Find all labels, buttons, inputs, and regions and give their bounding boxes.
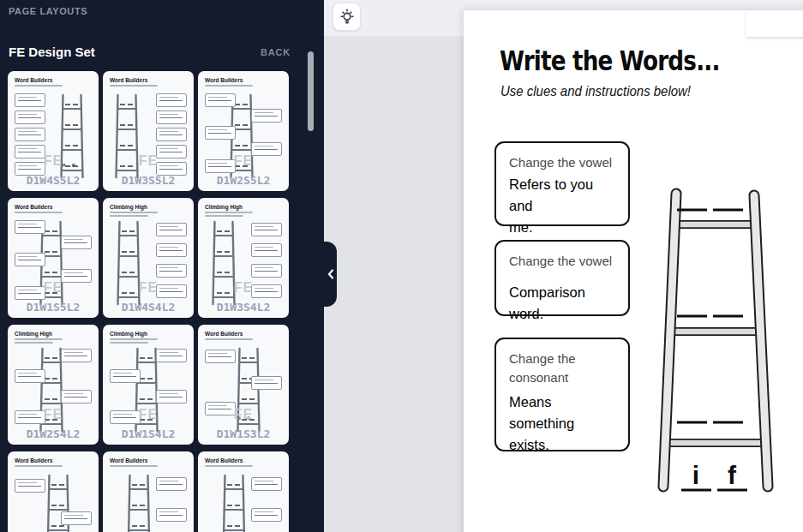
thumbnail-clue-box xyxy=(156,128,187,141)
thumbnail-title: Word Builders xyxy=(15,204,52,210)
sidebar-header: PAGE LAYOUTS xyxy=(9,6,87,16)
thumbnail-clue-box xyxy=(156,243,187,257)
thumbnail-clue-box xyxy=(110,369,141,383)
thumbnail-clue-box xyxy=(61,511,92,525)
thumbnail-clue-box xyxy=(205,93,236,107)
thumbnail-subtitle-lines xyxy=(205,465,267,469)
clue-box[interactable]: Change the vowel Refers to you and me. xyxy=(494,141,630,226)
clue-instruction: Change the consonant xyxy=(509,350,615,387)
layout-thumbnail[interactable]: Climbing High FE D1W3S4L2 xyxy=(198,198,289,318)
thumbnail-clue-box xyxy=(205,126,236,140)
thumbnail-watermark: FE xyxy=(8,153,99,169)
thumbnail-clue-box xyxy=(15,369,45,383)
thumbnail-clue-box xyxy=(251,264,282,278)
layout-thumbnail[interactable]: Word Builders u p FE D1W4S5L2 xyxy=(8,71,99,191)
ladder-letter: i xyxy=(692,461,699,489)
thumbnail-code: D1W3S5L2 xyxy=(103,174,194,187)
thumbnail-clue-box xyxy=(15,479,45,493)
clue-instruction: Change the vowel xyxy=(509,153,615,172)
thumbnail-clue-box xyxy=(15,111,45,124)
layout-thumbnail[interactable]: Word Builders FE xyxy=(198,451,289,532)
mini-ladder-icon xyxy=(126,474,152,532)
thumbnail-subtitle-lines xyxy=(15,338,76,345)
floating-panel-partial xyxy=(746,11,803,37)
thumbnail-watermark: FE xyxy=(8,407,99,422)
thumbnail-watermark: FE xyxy=(8,280,99,296)
thumbnail-clue-box xyxy=(156,223,187,236)
thumbnail-art xyxy=(15,474,92,532)
thumbnail-code: D1W3S4L2 xyxy=(198,301,289,314)
layout-thumbnail[interactable]: Word Builders FE D1W2S5L2 xyxy=(198,71,289,191)
thumbnail-title: Climbing High xyxy=(110,204,147,210)
sidebar-collapse-handle[interactable] xyxy=(324,242,337,307)
worksheet-page[interactable]: Write the Words... Use clues and instruc… xyxy=(464,10,803,532)
thumbnail-watermark: FE xyxy=(198,280,289,296)
layout-thumbnail[interactable]: Climbing High FE D1W2S4L2 xyxy=(8,325,99,445)
thumbnail-watermark: FE xyxy=(103,280,194,296)
layout-thumbnail-grid: Word Builders u p FE D1W4S5L2 xyxy=(8,71,291,532)
thumbnail-title: Word Builders xyxy=(205,457,243,463)
thumbnail-watermark: FE xyxy=(198,407,289,422)
thumbnail-watermark: FE xyxy=(198,153,289,169)
thumbnail-clue-box xyxy=(251,243,282,257)
back-button[interactable]: BACK xyxy=(261,47,291,57)
thumbnail-clue-box xyxy=(205,350,236,363)
thumbnail-code: D1W1S4L2 xyxy=(103,427,194,440)
thumbnail-title: Word Builders xyxy=(110,457,147,463)
thumbnail-subtitle-lines xyxy=(15,465,76,469)
page-title[interactable]: Write the Words... xyxy=(500,45,720,77)
thumbnail-clue-box xyxy=(251,376,282,390)
thumbnail-title: Word Builders xyxy=(205,331,243,337)
ladder-illustration[interactable]: i f xyxy=(650,180,803,507)
chevron-left-icon xyxy=(327,268,335,280)
clue-text: Comparison word. xyxy=(509,282,615,325)
thumbnail-title: Word Builders xyxy=(15,77,52,83)
design-set-title: FE Design Set xyxy=(9,45,95,59)
thumbnail-title: Climbing High xyxy=(15,331,52,337)
clue-box[interactable]: Change the vowel Comparison word. xyxy=(494,240,630,316)
layout-thumbnail[interactable]: Word Builders FE D1W1S5L2 xyxy=(8,198,99,318)
clue-text: Refers to you and me. xyxy=(509,174,615,238)
canvas-area: Write the Words... Use clues and instruc… xyxy=(324,0,803,532)
thumbnail-code: D1W1S3L2 xyxy=(198,427,289,440)
thumbnail-title: Climbing High xyxy=(110,331,147,337)
thumbnail-clue-box xyxy=(15,93,45,107)
thumbnail-watermark: FE xyxy=(103,153,194,169)
layout-thumbnail[interactable]: Word Builders FE D1W3S5L2 xyxy=(103,71,194,191)
mini-ladder-icon xyxy=(221,474,247,532)
clue-text: Means something exists. xyxy=(509,392,615,456)
answer-blanks xyxy=(677,210,747,490)
tips-button[interactable] xyxy=(333,3,361,31)
page-subtitle[interactable]: Use clues and instructions below! xyxy=(500,83,691,100)
thumbnail-subtitle-lines xyxy=(110,338,171,345)
thumbnail-clue-box xyxy=(156,508,187,522)
clue-instruction: Change the vowel xyxy=(509,252,615,271)
thumbnail-clue-box xyxy=(156,349,187,362)
layout-thumbnail[interactable]: Climbing High FE D1W1S4L2 xyxy=(103,325,194,445)
thumbnail-clue-box xyxy=(156,93,187,107)
layout-thumbnail[interactable]: Word Builders FE xyxy=(8,451,99,532)
thumbnail-clue-box xyxy=(251,508,282,522)
sidebar-scrollbar-thumb[interactable] xyxy=(308,51,314,131)
layout-thumbnail[interactable]: Word Builders FE xyxy=(103,451,194,532)
clue-box[interactable]: Change the consonant Means something exi… xyxy=(494,338,630,451)
thumbnail-subtitle-lines xyxy=(15,212,76,215)
thumbnail-code: D1W1S5L2 xyxy=(8,301,99,314)
thumbnail-code: D1W4S4L2 xyxy=(103,301,194,314)
thumbnail-subtitle-lines xyxy=(15,85,76,88)
ladder-letter: f xyxy=(728,461,737,489)
thumbnail-clue-box xyxy=(15,128,45,141)
thumbnail-clue-box xyxy=(251,477,282,491)
thumbnail-clue-box xyxy=(251,223,282,236)
thumbnail-clue-box xyxy=(61,349,92,362)
thumbnail-title: Word Builders xyxy=(15,457,52,463)
thumbnail-code: D1W2S4L2 xyxy=(8,427,99,440)
thumbnail-watermark: FE xyxy=(103,407,194,422)
thumbnail-subtitle-lines xyxy=(110,212,171,218)
thumbnail-subtitle-lines xyxy=(110,465,171,469)
lightbulb-icon xyxy=(339,9,356,26)
layout-thumbnail[interactable]: Word Builders i f FE D1W1S3L2 xyxy=(198,325,289,445)
layout-thumbnail[interactable]: Climbing High FE D1W4S4L2 xyxy=(103,198,194,318)
thumbnail-title: Word Builders xyxy=(110,77,147,83)
thumbnail-clue-box xyxy=(61,236,92,249)
